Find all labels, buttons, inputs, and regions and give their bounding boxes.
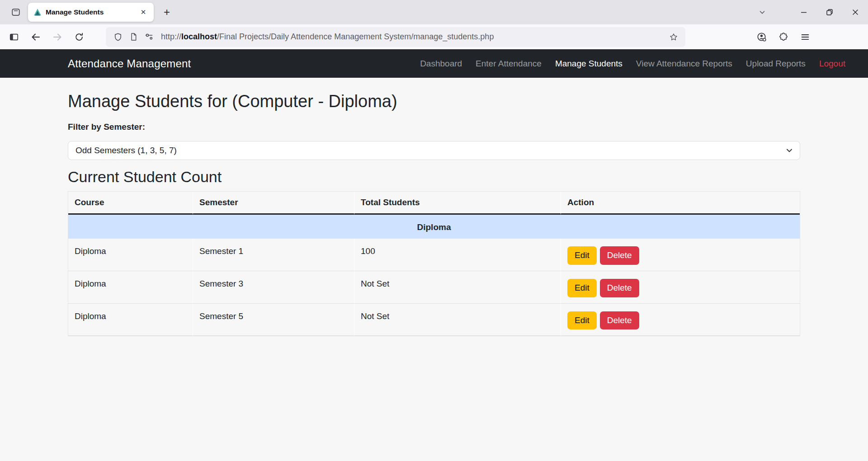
- table-row: Diploma Semester 3 Not Set Edit Delete: [68, 271, 800, 304]
- url-text[interactable]: http://localhost/Final Projects/Daily At…: [161, 32, 666, 42]
- nav-link-upload-reports[interactable]: Upload Reports: [739, 59, 812, 69]
- forward-icon[interactable]: [50, 29, 65, 45]
- close-window-icon[interactable]: [842, 0, 868, 24]
- app-brand[interactable]: Attendance Management: [68, 57, 191, 70]
- nav-link-logout[interactable]: Logout: [812, 59, 845, 69]
- nav-link-enter-attendance[interactable]: Enter Attendance: [469, 59, 548, 69]
- delete-button[interactable]: Delete: [600, 246, 639, 265]
- cell-action: Edit Delete: [561, 239, 800, 271]
- table-row: Diploma Semester 1 100 Edit Delete: [68, 239, 800, 271]
- student-count-table: Course Semester Total Students Action Di…: [68, 191, 800, 336]
- header-action: Action: [561, 192, 800, 215]
- site-favicon-icon: [33, 8, 42, 16]
- cell-course: Diploma: [68, 271, 193, 304]
- cell-total-students: Not Set: [354, 271, 561, 304]
- delete-button[interactable]: Delete: [600, 311, 639, 330]
- nav-link-manage-students[interactable]: Manage Students: [548, 59, 629, 69]
- browser-tab-strip: Manage Students ✕ +: [0, 0, 868, 24]
- filter-by-semester-label: Filter by Semester:: [68, 122, 800, 132]
- nav-links: Dashboard Enter Attendance Manage Studen…: [413, 59, 845, 69]
- sidebar-toggle-icon[interactable]: [6, 29, 22, 45]
- cell-total-students: Not Set: [354, 304, 561, 336]
- page-title: Manage Students for (Computer - Diploma): [68, 91, 800, 112]
- cell-course: Diploma: [68, 304, 193, 336]
- url-path: /Final Projects/Daily Attendence Managem…: [217, 32, 494, 41]
- back-icon[interactable]: [28, 29, 43, 45]
- firefox-view-icon[interactable]: [8, 5, 24, 20]
- cell-total-students: 100: [354, 239, 561, 271]
- menu-hamburger-icon[interactable]: [797, 29, 813, 45]
- page-info-icon[interactable]: [127, 30, 140, 44]
- nav-link-view-attendance-reports[interactable]: View Attendance Reports: [629, 59, 739, 69]
- extensions-puzzle-icon[interactable]: [776, 29, 791, 45]
- app-navbar: Attendance Management Dashboard Enter At…: [0, 49, 868, 78]
- header-semester: Semester: [193, 192, 354, 215]
- tracking-protection-shield-icon[interactable]: [111, 30, 125, 44]
- semester-select-wrap: Odd Semesters (1, 3, 5, 7): [68, 141, 800, 160]
- cell-semester: Semester 3: [193, 271, 354, 304]
- edit-button[interactable]: Edit: [567, 246, 597, 265]
- restore-window-icon[interactable]: [816, 0, 842, 24]
- page-content: Manage Students for (Computer - Diploma)…: [0, 78, 868, 336]
- delete-button[interactable]: Delete: [600, 279, 639, 297]
- account-icon[interactable]: [754, 29, 769, 45]
- edit-button[interactable]: Edit: [567, 311, 597, 330]
- header-course: Course: [68, 192, 193, 215]
- address-bar[interactable]: http://localhost/Final Projects/Daily At…: [106, 27, 685, 47]
- browser-toolbar: http://localhost/Final Projects/Daily At…: [0, 24, 868, 49]
- tab-title: Manage Students: [46, 8, 137, 16]
- bookmark-star-icon[interactable]: [666, 30, 681, 44]
- minimize-window-icon[interactable]: [791, 0, 816, 24]
- permissions-icon[interactable]: [142, 30, 156, 44]
- cell-action: Edit Delete: [561, 271, 800, 304]
- list-all-tabs-chevron-icon[interactable]: [755, 5, 770, 20]
- semester-select[interactable]: Odd Semesters (1, 3, 5, 7): [68, 141, 800, 160]
- cell-semester: Semester 5: [193, 304, 354, 336]
- toolbar-right-icons: [748, 29, 813, 45]
- table-header-row: Course Semester Total Students Action: [68, 192, 800, 215]
- header-total-students: Total Students: [354, 192, 561, 215]
- browser-tab[interactable]: Manage Students ✕: [28, 3, 154, 22]
- cell-action: Edit Delete: [561, 304, 800, 336]
- edit-button[interactable]: Edit: [567, 279, 597, 297]
- cell-course: Diploma: [68, 239, 193, 271]
- table-row: Diploma Semester 5 Not Set Edit Delete: [68, 304, 800, 336]
- tab-close-icon[interactable]: ✕: [137, 6, 149, 18]
- url-protocol: http://: [161, 32, 181, 41]
- course-group-row: Diploma: [68, 215, 800, 239]
- section-title: Current Student Count: [68, 168, 800, 186]
- url-host: localhost: [181, 32, 217, 41]
- cell-semester: Semester 1: [193, 239, 354, 271]
- nav-link-dashboard[interactable]: Dashboard: [413, 59, 469, 69]
- new-tab-button[interactable]: +: [159, 5, 175, 20]
- reload-icon[interactable]: [71, 29, 87, 45]
- window-controls: [791, 0, 868, 24]
- course-group-label: Diploma: [68, 215, 800, 239]
